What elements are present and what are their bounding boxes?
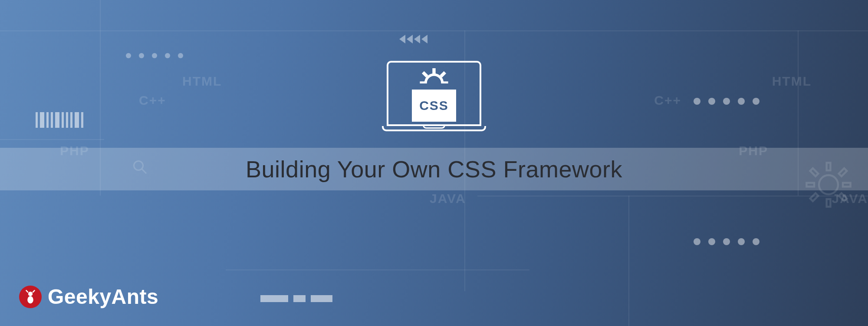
svg-rect-10 bbox=[839, 193, 847, 201]
svg-point-11 bbox=[426, 75, 442, 83]
bg-label-html: HTML bbox=[182, 74, 222, 89]
svg-line-20 bbox=[33, 290, 35, 292]
css-badge: CSS bbox=[412, 90, 456, 122]
brand-name: GeekyAnts bbox=[48, 285, 158, 309]
decor-line bbox=[0, 139, 104, 140]
bg-label-java: JAVA bbox=[430, 191, 466, 206]
rewind-arrows-icon bbox=[399, 35, 427, 43]
title-strip: Building Your Own CSS Framework bbox=[0, 148, 868, 190]
bg-label-cpp: C++ bbox=[654, 93, 681, 108]
laptop-css-icon: CSS bbox=[382, 61, 486, 131]
svg-rect-14 bbox=[442, 81, 448, 83]
bg-label-html: HTML bbox=[772, 74, 812, 89]
decor-barcode bbox=[36, 112, 83, 128]
svg-rect-12 bbox=[432, 68, 435, 74]
decor-line bbox=[628, 196, 629, 326]
svg-rect-13 bbox=[420, 81, 425, 83]
decor-line bbox=[226, 269, 529, 270]
ant-logo-icon bbox=[19, 286, 42, 308]
svg-rect-9 bbox=[810, 193, 819, 201]
decor-dots bbox=[694, 238, 760, 245]
page-title: Building Your Own CSS Framework bbox=[246, 156, 622, 183]
bg-label-cpp: C++ bbox=[139, 93, 166, 108]
brand-logo-lockup: GeekyAnts bbox=[19, 285, 158, 309]
svg-point-17 bbox=[28, 292, 33, 296]
hero-banner: HTML HTML C++ C++ PHP PHP JAVA JAVA bbox=[0, 0, 868, 326]
decor-dots bbox=[126, 53, 183, 58]
svg-rect-4 bbox=[827, 199, 831, 207]
svg-line-19 bbox=[26, 290, 28, 292]
gear-half-icon bbox=[418, 67, 450, 83]
decor-dots bbox=[694, 98, 760, 105]
decor-dashes bbox=[260, 295, 332, 302]
svg-point-18 bbox=[27, 296, 33, 303]
decor-line bbox=[0, 30, 868, 31]
